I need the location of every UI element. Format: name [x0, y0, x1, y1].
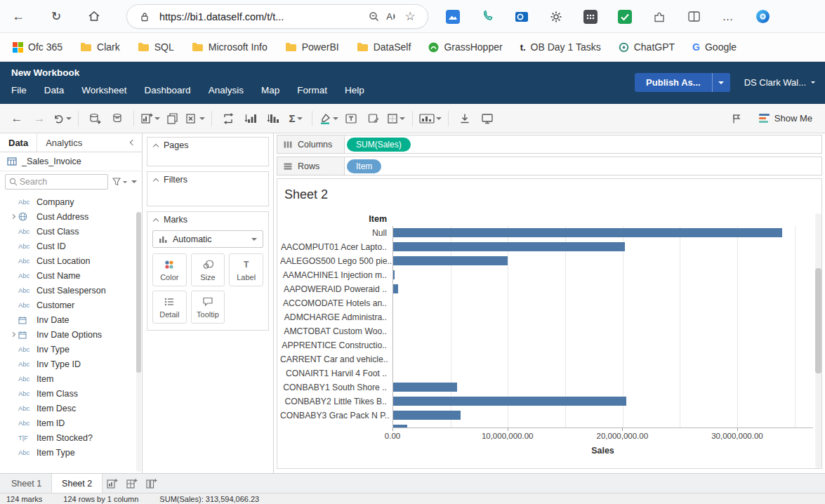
bookmark-grasshopper[interactable]: GrassHopper [428, 41, 502, 53]
more-options-icon[interactable]: … [720, 9, 736, 25]
row-label[interactable]: AACOMPUT01 Acer Lapto.. [280, 240, 392, 254]
field-inv-date[interactable]: Inv Date [0, 312, 142, 327]
menu-item-format[interactable]: Format [297, 85, 327, 95]
new-worksheet-button[interactable] [140, 109, 160, 128]
rows-shelf-content[interactable]: Item [345, 157, 821, 175]
publish-as-dropdown[interactable] [712, 73, 730, 92]
data-pane-scrollbar[interactable] [136, 212, 141, 472]
filters-card-header[interactable]: Filters [147, 172, 268, 187]
gear-extension-icon[interactable] [548, 9, 564, 25]
show-mark-labels-button[interactable] [341, 109, 361, 128]
expand-icon[interactable] [10, 214, 15, 219]
screenshot-extension-icon[interactable] [445, 9, 461, 25]
sheet-tab-sheet-2[interactable]: Sheet 2 [52, 474, 103, 493]
bookmark-google[interactable]: GGoogle [692, 41, 737, 53]
new-worksheet-tab-button[interactable] [103, 474, 122, 493]
field-company[interactable]: AbcCompany [0, 194, 142, 209]
phone-extension-icon[interactable] [480, 9, 495, 25]
outlook-extension-icon[interactable] [514, 9, 529, 25]
columns-shelf-content[interactable]: SUM(Sales) [345, 135, 821, 153]
marks-size-button[interactable]: Size [191, 253, 225, 286]
field-inv-type[interactable]: AbcInv Type [0, 342, 142, 357]
filter-fields-button[interactable] [112, 178, 127, 186]
flag-button[interactable] [727, 109, 746, 128]
row-label[interactable]: APPRENTICE Constructio.. [280, 338, 392, 352]
row-label[interactable]: AAMACHINE1 Injection m.. [280, 268, 392, 282]
menu-item-analysis[interactable]: Analysis [209, 85, 244, 95]
fix-axes-button[interactable] [364, 109, 383, 128]
row-field-header[interactable]: Item [280, 213, 392, 226]
field-item-desc[interactable]: AbcItem Desc [0, 401, 142, 416]
fit-dropdown[interactable] [419, 109, 442, 128]
redo-button[interactable]: → [29, 109, 49, 128]
tab-analytics[interactable]: Analytics [37, 133, 91, 152]
field-cust-salesperson[interactable]: AbcCust Salesperson [0, 283, 142, 298]
menu-item-file[interactable]: File [11, 85, 27, 95]
copilot-icon[interactable] [755, 9, 770, 25]
new-dashboard-tab-button[interactable] [122, 474, 142, 493]
bar-mark[interactable] [393, 228, 782, 237]
favorite-star-icon[interactable]: ☆ [401, 9, 419, 24]
bookmark-clark[interactable]: Clark [80, 41, 120, 53]
field-cust-id[interactable]: AbcCust ID [0, 239, 142, 253]
new-story-tab-button[interactable] [142, 474, 161, 493]
row-label[interactable]: ACCOMODATE Hotels an.. [280, 296, 392, 310]
pill-item[interactable]: Item [347, 159, 381, 173]
bar-mark[interactable] [393, 256, 508, 265]
field-item-stocked[interactable]: T|FItem Stocked? [0, 430, 142, 445]
field-item-class[interactable]: AbcItem Class [0, 386, 142, 401]
read-aloud-icon[interactable]: A [383, 11, 401, 22]
field-cust-location[interactable]: AbcCust Location [0, 253, 142, 268]
totals-button[interactable]: Σ [286, 109, 305, 128]
field-cust-address[interactable]: Cust Address [0, 209, 142, 224]
field-cust-name[interactable]: AbcCust Name [0, 268, 142, 283]
row-label[interactable]: Null [280, 226, 392, 240]
marks-detail-button[interactable]: Detail [152, 291, 187, 324]
filters-shelf[interactable] [147, 187, 268, 206]
format-borders-button[interactable] [386, 109, 406, 128]
row-label[interactable]: AAPOWERAID Poweraid .. [280, 282, 392, 296]
more-tools-extension-icon[interactable] [583, 9, 598, 25]
sort-ascending-button[interactable] [241, 109, 260, 128]
refresh-data-source-button[interactable] [107, 109, 127, 128]
sheet-title[interactable]: Sheet 2 [280, 183, 821, 213]
chart-scrollbar[interactable] [815, 213, 821, 468]
back-button[interactable]: ← [8, 6, 29, 27]
url-text[interactable]: https://bi1.dataself.com/t/t... [159, 11, 364, 22]
mark-type-dropdown[interactable]: Automatic [152, 230, 263, 248]
extensions-puzzle-icon[interactable] [652, 9, 667, 25]
bookmark-microsoft-info[interactable]: Microsoft Info [192, 41, 268, 53]
swap-rows-columns-button[interactable] [218, 109, 238, 128]
field-item-id[interactable]: AbcItem ID [0, 416, 142, 430]
scrollbar-thumb[interactable] [815, 268, 821, 373]
bookmark-powerbi[interactable]: PowerBI [285, 41, 339, 53]
duplicate-sheet-button[interactable] [163, 109, 183, 128]
bar-mark[interactable] [393, 383, 457, 392]
field-inv-date-options[interactable]: Inv Date Options [0, 327, 142, 342]
zoom-out-icon[interactable] [364, 11, 383, 22]
show-me-button[interactable]: Show Me [759, 113, 812, 124]
refresh-button[interactable]: ↻ [46, 6, 67, 27]
bar-mark[interactable] [393, 411, 461, 420]
replay-dropdown[interactable] [52, 109, 72, 128]
row-label[interactable]: AALEGOS500 Lego 500 pie.. [280, 254, 392, 268]
data-source-row[interactable]: _Sales_Invoice [0, 152, 142, 171]
sort-descending-button[interactable] [263, 109, 283, 128]
marks-color-button[interactable]: Color [152, 253, 187, 286]
row-label[interactable]: CONBABY3 Grac Pack N P.. [280, 409, 392, 423]
pill-sum-sales[interactable]: SUM(Sales) [347, 138, 411, 152]
menu-item-worksheet[interactable]: Worksheet [81, 85, 126, 95]
menu-item-help[interactable]: Help [345, 85, 364, 95]
account-menu[interactable]: DS Clark Wal... [744, 77, 815, 88]
search-input[interactable] [20, 177, 104, 187]
expand-icon[interactable] [10, 332, 15, 337]
scrollbar-thumb[interactable] [136, 212, 141, 373]
menu-item-map[interactable]: Map [261, 85, 279, 95]
field-customer[interactable]: AbcCustomer [0, 298, 142, 312]
row-label[interactable]: CONBABY1 South Shore .. [280, 380, 392, 394]
plot-area[interactable] [392, 226, 813, 428]
tab-data[interactable]: Data [0, 133, 37, 152]
lock-icon[interactable] [136, 12, 154, 22]
x-axis-title[interactable]: Sales [392, 442, 813, 459]
bar-mark[interactable] [393, 284, 398, 293]
